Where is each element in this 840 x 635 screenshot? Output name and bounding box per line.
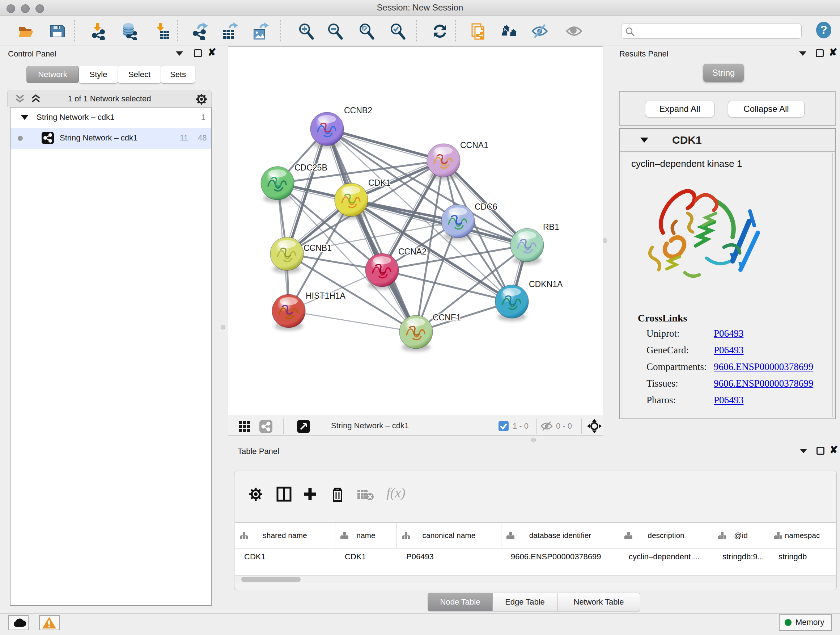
table-panel-close-icon[interactable]: ✘ [829,446,838,454]
crosslink-value[interactable]: P06493 [714,328,744,339]
fit-content-icon[interactable] [587,419,602,433]
column-header-shared-name[interactable]: shared name [235,523,335,548]
copy-network-icon[interactable] [470,22,487,40]
zoom-selected-icon[interactable] [389,22,406,40]
window-close-button[interactable] [6,4,15,13]
table-cell[interactable]: P06493 [397,548,501,565]
results-panel-maximize-icon[interactable] [816,49,824,57]
crosslink-row: Compartments: 9606.ENSP00000378699 [646,361,827,372]
table-delete-icon[interactable] [330,486,345,502]
graph-edge[interactable] [289,311,416,332]
left-splitter-grip[interactable] [221,325,225,329]
share-view-icon[interactable] [259,420,272,433]
column-header-description[interactable]: description [619,523,713,548]
selected-nodes-checkbox[interactable] [499,421,508,431]
table-hscrollbar[interactable] [235,575,836,583]
graph-node-CCNE1[interactable]: CCNE1 [399,313,461,352]
export-image-icon[interactable] [252,22,269,40]
protein-section-header[interactable]: CDK1 [620,129,835,152]
tab-network[interactable]: Network [27,66,79,83]
table-cell[interactable]: stringdb:9... [713,548,769,565]
column-header-name[interactable]: name [335,523,397,548]
table-cell[interactable]: stringdb [769,548,836,565]
network-collection-row[interactable]: String Network – cdk1 1 [11,108,211,127]
collapse-all-button[interactable]: Collapse All [728,101,805,117]
graph-edge[interactable] [326,131,443,163]
control-panel-float-icon[interactable] [176,51,183,56]
crosslink-value[interactable]: 9606.ENSP00000378699 [714,361,813,372]
import-table-file-icon[interactable] [152,22,170,40]
tab-style[interactable]: Style [79,66,118,83]
table-cell[interactable]: CDK1 [235,548,335,565]
tab-network-table[interactable]: Network Table [557,593,640,611]
node-table: shared namenamecanonical namedatabase id… [235,523,836,575]
expand-all-button[interactable]: Expand All [645,101,714,117]
table-add-icon[interactable] [302,486,317,502]
tab-string[interactable]: String [703,64,744,82]
graph-node-HIST1H1A[interactable]: HIST1H1A [272,291,346,331]
table-panel-maximize-icon[interactable] [816,447,824,455]
table-delete-column-icon[interactable] [357,488,374,501]
zoom-fit-icon[interactable] [358,22,375,40]
export-table-icon[interactable] [221,22,238,40]
refresh-icon[interactable] [431,22,448,40]
tab-edge-table[interactable]: Edge Table [493,593,557,611]
network-list-toolbar: 1 of 1 Network selected [7,90,212,107]
column-header-canonical-name[interactable]: canonical name [397,523,501,548]
control-panel-close-icon[interactable]: ✘ [208,49,216,57]
control-panel-maximize-icon[interactable] [194,49,202,57]
tab-node-table[interactable]: Node Table [428,593,493,611]
grid-view-icon[interactable] [238,420,251,432]
table-cell[interactable]: CDK1 [335,548,397,565]
table-function-icon[interactable]: f(x) [386,485,406,501]
window-minimize-button[interactable] [21,4,30,13]
protein-collapse-icon[interactable] [640,138,648,143]
zoom-out-icon[interactable] [326,22,344,40]
column-header-database-identifier[interactable]: database identifier [501,523,619,548]
detach-view-icon[interactable] [297,420,310,433]
tab-sets[interactable]: Sets [161,66,195,83]
graph-node-RB1[interactable]: RB1 [510,222,559,264]
show-hidden-icon[interactable] [565,22,583,40]
table-cell[interactable]: cyclin–dependent ... [619,548,713,565]
window-title: Session: New Session [0,0,840,15]
crosslink-value[interactable]: 9606.ENSP00000378699 [714,378,813,389]
column-header-namespac[interactable]: namespac [769,523,836,548]
import-network-database-icon[interactable] [120,22,138,40]
table-panel-float-icon[interactable] [800,449,807,453]
collection-count: 1 [201,112,205,122]
network-canvas[interactable]: CCNB2 CCNA1 CDC25B [228,46,603,416]
crosslink-value[interactable]: P06493 [714,345,744,356]
results-panel-float-icon[interactable] [799,51,806,56]
memory-button[interactable]: Memory [779,614,832,631]
crosslink-value[interactable]: P06493 [714,394,744,406]
import-network-file-icon[interactable] [89,22,107,40]
hidden-eye-icon[interactable] [540,421,553,431]
crosslink-label: GeneCard: [646,345,689,356]
warning-button[interactable] [39,615,60,630]
save-session-icon[interactable] [49,22,66,40]
network-options-gear-icon[interactable] [195,93,208,106]
table-hscrollbar-thumb[interactable] [241,577,301,582]
table-cell[interactable]: 9606.ENSP00000378699 [501,548,619,565]
table-gear-icon[interactable] [248,486,264,502]
open-session-icon[interactable] [17,22,35,40]
table-columns-icon[interactable] [276,486,292,502]
network-row-selected[interactable]: String Network – cdk1 11 48 [11,128,211,149]
right-splitter-grip[interactable] [603,238,607,243]
results-panel-close-icon[interactable]: ✘ [829,49,837,57]
hide-selected-icon[interactable] [531,22,548,40]
window-zoom-button[interactable] [35,4,44,13]
cloud-button[interactable] [8,615,28,630]
help-icon[interactable]: ? [815,21,832,39]
collection-expand-icon[interactable] [21,115,28,120]
svg-text:?: ? [820,23,827,36]
zoom-in-icon[interactable] [297,22,315,40]
horizontal-splitter-grip[interactable] [531,438,536,442]
search-box[interactable] [621,24,802,39]
column-header--id[interactable]: @id [713,523,769,548]
tab-select[interactable]: Select [118,66,161,83]
export-network-icon[interactable] [191,22,208,40]
show-all-networks-icon[interactable] [501,22,519,40]
graph-node-CDKN1A[interactable]: CDKN1A [495,279,563,321]
